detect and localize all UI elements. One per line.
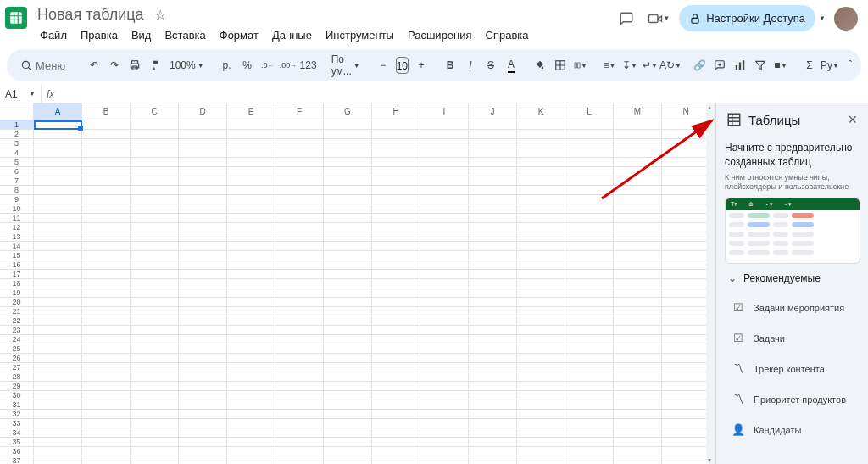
- grid-cell[interactable]: [131, 158, 179, 167]
- grid-cell[interactable]: [34, 158, 82, 167]
- grid-cell[interactable]: [275, 335, 324, 344]
- grid-cell[interactable]: [614, 391, 662, 400]
- grid-cell[interactable]: [34, 186, 82, 195]
- grid-cell[interactable]: [469, 242, 517, 251]
- grid-cell[interactable]: [420, 419, 469, 428]
- row-header[interactable]: 36: [0, 447, 34, 456]
- grid-cell[interactable]: [227, 242, 275, 251]
- wrap-button[interactable]: ↵▼: [641, 54, 659, 76]
- grid-cell[interactable]: [82, 195, 131, 204]
- grid-cell[interactable]: [517, 232, 565, 242]
- grid-cell[interactable]: [420, 260, 469, 270]
- grid-cell[interactable]: [275, 251, 324, 260]
- template-preview[interactable]: Tт⊕- ▾- ▾: [725, 198, 860, 264]
- grid-cell[interactable]: [662, 158, 710, 167]
- grid-cell[interactable]: [420, 176, 469, 186]
- filter-views-button[interactable]: ▼: [771, 54, 790, 76]
- grid-cell[interactable]: [131, 223, 179, 232]
- zoom-select[interactable]: 100%▼: [166, 59, 208, 71]
- grid-cell[interactable]: [565, 307, 614, 316]
- grid-cell[interactable]: [131, 232, 179, 242]
- grid-cell[interactable]: [275, 204, 324, 214]
- row-header[interactable]: 25: [0, 344, 34, 354]
- h-align-button[interactable]: ≡▼: [600, 54, 619, 76]
- grid-cell[interactable]: [34, 120, 82, 130]
- row-header[interactable]: 27: [0, 363, 34, 372]
- grid-cell[interactable]: [82, 279, 131, 288]
- grid-cell[interactable]: [227, 307, 275, 316]
- grid-cell[interactable]: [34, 223, 82, 232]
- grid-cell[interactable]: [131, 456, 179, 464]
- grid-cell[interactable]: [82, 344, 131, 354]
- grid-cell[interactable]: [662, 186, 710, 195]
- grid-cell[interactable]: [179, 279, 227, 288]
- grid-cell[interactable]: [131, 400, 179, 410]
- grid-cell[interactable]: [227, 186, 275, 195]
- grid-cell[interactable]: [34, 419, 82, 428]
- grid-cell[interactable]: [179, 260, 227, 270]
- grid-cell[interactable]: [227, 176, 275, 186]
- grid-cell[interactable]: [420, 298, 469, 307]
- grid-cell[interactable]: [82, 242, 131, 251]
- grid-cell[interactable]: [614, 130, 662, 139]
- grid-cell[interactable]: [662, 214, 710, 223]
- grid-cell[interactable]: [517, 428, 565, 438]
- grid-cell[interactable]: [179, 148, 227, 158]
- grid-cell[interactable]: [324, 158, 372, 167]
- grid-cell[interactable]: [517, 195, 565, 204]
- grid-cell[interactable]: [372, 186, 420, 195]
- menu-format[interactable]: Формат: [214, 25, 264, 45]
- grid-cell[interactable]: [227, 167, 275, 176]
- meet-icon[interactable]: ▼: [647, 7, 670, 31]
- document-title[interactable]: Новая таблица: [34, 5, 147, 25]
- grid-cell[interactable]: [565, 158, 614, 167]
- grid-cell[interactable]: [324, 167, 372, 176]
- grid-cell[interactable]: [469, 363, 517, 372]
- grid-cell[interactable]: [275, 447, 324, 456]
- spreadsheet-grid[interactable]: ABCDEFGHIJKLMN 1234567891011121314151617…: [0, 103, 715, 464]
- grid-cell[interactable]: [179, 354, 227, 363]
- grid-cell[interactable]: [565, 298, 614, 307]
- grid-cell[interactable]: [34, 130, 82, 139]
- grid-cell[interactable]: [469, 326, 517, 335]
- grid-cell[interactable]: [275, 232, 324, 242]
- grid-cell[interactable]: [517, 214, 565, 223]
- grid-cell[interactable]: [131, 195, 179, 204]
- grid-cell[interactable]: [469, 372, 517, 382]
- grid-cell[interactable]: [324, 400, 372, 410]
- grid-cell[interactable]: [275, 260, 324, 270]
- grid-cell[interactable]: [614, 326, 662, 335]
- grid-cell[interactable]: [275, 456, 324, 464]
- grid-cell[interactable]: [420, 335, 469, 344]
- row-header[interactable]: 9: [0, 195, 34, 204]
- grid-cell[interactable]: [614, 372, 662, 382]
- grid-cell[interactable]: [469, 130, 517, 139]
- grid-cell[interactable]: [131, 120, 179, 130]
- grid-cell[interactable]: [324, 186, 372, 195]
- grid-cell[interactable]: [179, 316, 227, 326]
- grid-cell[interactable]: [662, 204, 710, 214]
- grid-cell[interactable]: [131, 428, 179, 438]
- grid-cell[interactable]: [469, 120, 517, 130]
- grid-cell[interactable]: [227, 419, 275, 428]
- row-header[interactable]: 30: [0, 391, 34, 400]
- grid-cell[interactable]: [469, 456, 517, 464]
- grid-cell[interactable]: [82, 391, 131, 400]
- grid-cell[interactable]: [82, 270, 131, 279]
- row-header[interactable]: 24: [0, 335, 34, 344]
- grid-cell[interactable]: [34, 391, 82, 400]
- grid-cell[interactable]: [614, 344, 662, 354]
- grid-cell[interactable]: [372, 176, 420, 186]
- grid-cell[interactable]: [614, 307, 662, 316]
- grid-cell[interactable]: [324, 419, 372, 428]
- grid-cell[interactable]: [275, 148, 324, 158]
- grid-cell[interactable]: [82, 186, 131, 195]
- share-button[interactable]: Настройки Доступа: [679, 5, 815, 31]
- grid-cell[interactable]: [517, 326, 565, 335]
- grid-cell[interactable]: [131, 298, 179, 307]
- row-header[interactable]: 34: [0, 428, 34, 438]
- grid-cell[interactable]: [227, 363, 275, 372]
- grid-cell[interactable]: [227, 130, 275, 139]
- row-header[interactable]: 7: [0, 176, 34, 186]
- grid-cell[interactable]: [227, 344, 275, 354]
